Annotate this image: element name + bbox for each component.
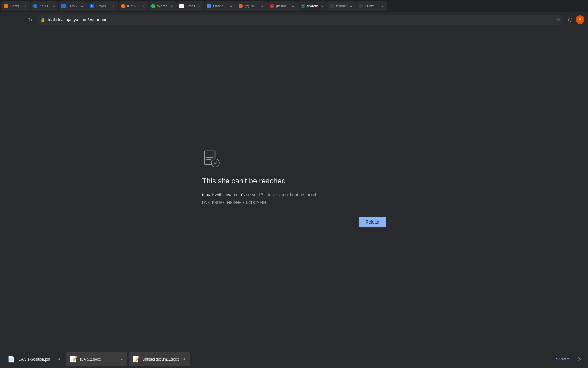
tab-favicon-ds106 [33,4,37,8]
profile-icon[interactable]: A [576,15,584,24]
download-name-ica-pdf: ICA 5.1-Solution.pdf [17,357,50,362]
download-item-ica-docx[interactable]: 📝 ICA 5.2.docx ▲ [66,352,127,366]
tab-close-ds106[interactable]: ✕ [51,4,56,9]
tab-label-brave-news: (2) Ne... [245,4,258,8]
tab-close-gmail[interactable]: ✕ [197,4,202,9]
tab-favicon-ica51 [121,4,125,8]
tab-close-posts[interactable]: ✕ [23,4,28,9]
download-chevron-ica-pdf[interactable]: ▲ [58,357,61,361]
tab-close-dropbox[interactable]: ✕ [111,4,116,9]
tab-favicon-gmail: G [179,4,184,8]
error-page: This site can't be reached teatalkwithja… [0,27,588,350]
download-chevron-untitled-docx[interactable]: ▲ [183,357,186,361]
error-domain: teatalkwithjanya.com [202,192,242,197]
error-description-suffix: 's server IP address could not be found. [242,192,317,197]
tab-close-teatalk-active[interactable]: ✕ [320,4,325,9]
close-downloads-button[interactable]: ✕ [575,356,584,362]
show-all-button[interactable]: Show All [552,357,575,361]
tab-ica51[interactable]: ICA 5.1 ✕ [119,1,148,11]
download-item-untitled-docx[interactable]: 📝 Untitled docum....docx ▲ [129,352,190,366]
reload-button[interactable]: Reload [359,217,386,227]
extensions-icon[interactable]: ⬡ [566,15,575,24]
tab-brave-news[interactable]: (2) Ne... ✕ [236,1,267,11]
tab-favicon-dropbox: D [90,4,94,8]
bookmark-star-icon[interactable]: ☆ [556,17,560,23]
tab-install[interactable]: M [Instal... ✕ [267,1,298,11]
tab-teatalk-active[interactable]: 🌐 teatalk ✕ [298,1,327,11]
download-docx-icon: 📝 [70,355,77,363]
download-info-untitled-docx: Untitled docum....docx [142,356,180,362]
tab-watch[interactable]: Watch ✕ [149,1,177,11]
tab-ds106[interactable]: ds106 ✕ [31,1,58,11]
tab-favicon-install: M [270,4,274,8]
download-name-untitled-docx: Untitled docum....docx [142,357,179,362]
browser-chrome: P Posts - ✕ ds106 ✕ CUNY ✕ D Dropb... ✕ … [0,0,588,27]
tab-close-brave-news[interactable]: ✕ [260,4,265,9]
tab-close-submit[interactable]: ✕ [380,4,385,9]
tab-label-ica51: ICA 5.1 [127,4,139,8]
error-title: This site can't be reached [202,177,286,185]
tab-gmail[interactable]: G Gmail ✕ [177,1,204,11]
download-chevron-ica-docx[interactable]: ▲ [120,357,124,361]
tab-close-ica51[interactable]: ✕ [141,4,146,9]
toolbar-icons: ⬡ A [566,15,584,24]
svg-point-6 [216,161,217,162]
tab-favicon-teatalk-active: 🌐 [301,4,305,8]
tab-label-teatalk-2: teatalk [336,4,347,8]
error-icon [202,150,221,169]
tab-untitled[interactable]: Untitle... ✕ [205,1,236,11]
tab-favicon-posts: P [4,4,8,8]
tab-close-teatalk-2[interactable]: ✕ [349,4,353,9]
tab-posts[interactable]: P Posts - ✕ [1,1,30,11]
tab-close-install[interactable]: ✕ [291,4,296,9]
tab-label-cuny: CUNY [67,4,78,8]
error-container: This site can't be reached teatalkwithja… [202,150,386,227]
svg-point-5 [214,161,215,162]
address-text: teatalkwithjanya.com/wp-admin [48,17,553,22]
tab-label-teatalk-active: teatalk [307,4,318,8]
tab-label-untitled: Untitle... [213,4,227,8]
tab-label-submit: Submi... [365,4,378,8]
download-item-ica-pdf[interactable]: 📄 ICA 5.1-Solution.pdf ▲ [4,352,65,366]
error-description: teatalkwithjanya.com's server IP address… [202,191,317,198]
back-button[interactable]: ← [4,15,12,24]
lock-icon: 🔒 [40,17,45,22]
tab-favicon-submit [359,4,363,8]
download-info-ica-pdf: ICA 5.1-Solution.pdf [17,356,55,362]
tab-submit[interactable]: Submi... ✕ [356,1,387,11]
tab-dropbox[interactable]: D Dropb... ✕ [87,1,118,11]
tab-close-untitled[interactable]: ✕ [228,4,233,9]
tab-favicon-teatalk-2 [330,4,334,8]
tab-label-posts: Posts - [10,4,21,8]
reload-nav-button[interactable]: ↻ [26,15,34,24]
downloads-bar: 📄 ICA 5.1-Solution.pdf ▲ 📝 ICA 5.2.docx … [0,350,588,368]
tab-cuny[interactable]: CUNY ✕ [59,1,87,11]
tab-label-gmail: Gmail [186,4,195,8]
tab-bar: P Posts - ✕ ds106 ✕ CUNY ✕ D Dropb... ✕ … [0,0,588,12]
tab-label-watch: Watch [157,4,168,8]
download-info-ica-docx: ICA 5.2.docx [80,356,118,362]
tab-favicon-untitled [207,4,211,8]
address-bar[interactable]: 🔒 teatalkwithjanya.com/wp-admin ☆ [37,15,564,25]
forward-button[interactable]: → [15,15,23,24]
tab-label-dropbox: Dropb... [96,4,109,8]
tab-close-watch[interactable]: ✕ [169,4,174,9]
address-bar-area: ← → ↻ 🔒 teatalkwithjanya.com/wp-admin ☆ … [0,12,588,27]
download-name-ica-docx: ICA 5.2.docx [80,357,101,362]
download-pdf-icon: 📄 [7,355,15,363]
download-docx2-icon: 📝 [132,355,140,363]
new-tab-button[interactable]: + [388,2,396,10]
error-code: DNS_PROBE_FINISHED_NXDOMAIN [202,201,266,205]
tab-favicon-watch [151,4,155,8]
reload-btn-container: Reload [202,217,386,227]
tab-favicon-brave-news [239,4,243,8]
tab-teatalk-2[interactable]: teatalk ✕ [327,1,356,11]
tab-label-install: [Instal... [276,4,289,8]
tab-close-cuny[interactable]: ✕ [80,4,85,9]
tab-label-ds106: ds106 [39,4,49,8]
tab-favicon-cuny [61,4,66,8]
svg-point-4 [211,159,219,167]
